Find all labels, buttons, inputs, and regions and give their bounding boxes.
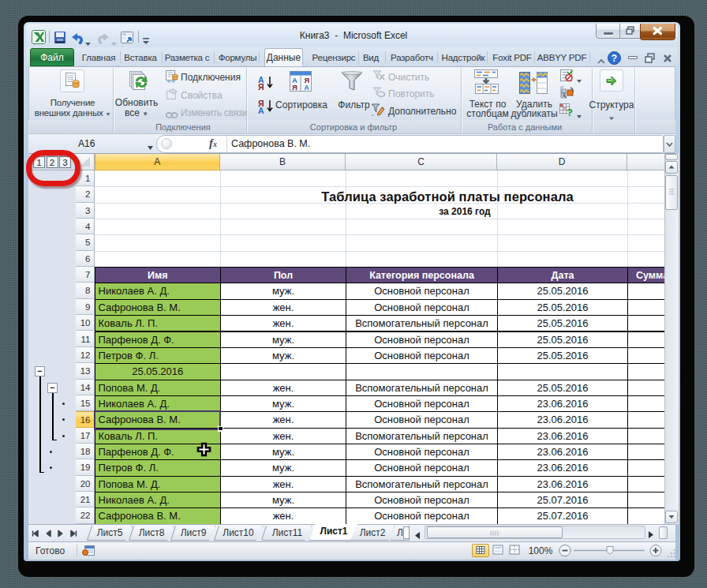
svg-text:Я: Я <box>258 82 264 91</box>
svg-text:Я: Я <box>292 83 297 92</box>
svg-text:?: ? <box>567 107 573 117</box>
svg-text:А: А <box>258 106 264 114</box>
svg-text:А: А <box>305 84 309 92</box>
svg-text:?: ? <box>612 53 617 64</box>
